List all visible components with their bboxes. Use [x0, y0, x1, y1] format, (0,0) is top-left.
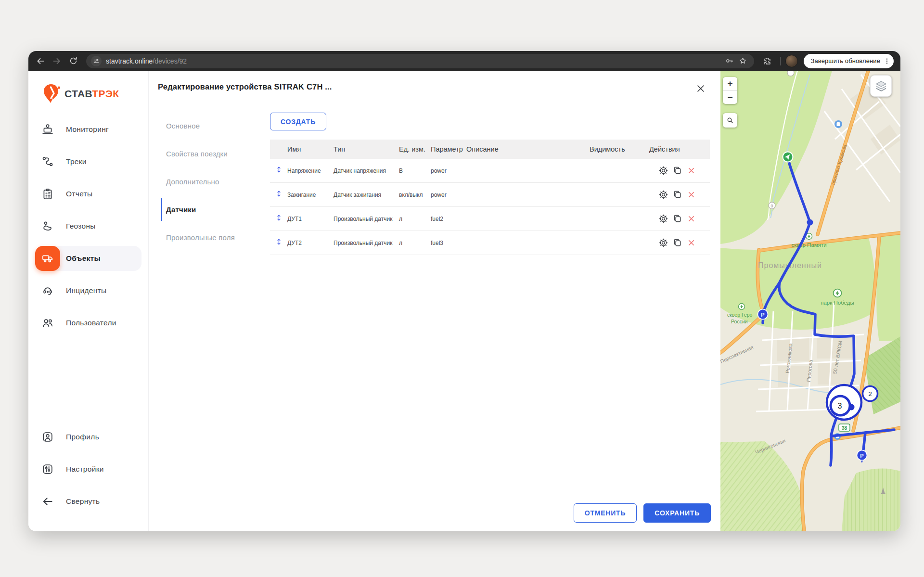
sidebar-item-reports[interactable]: Отчеты: [35, 181, 141, 206]
close-button[interactable]: [694, 82, 707, 95]
sidebar: СТАВТРЭК Мониторинг Треки: [28, 71, 149, 531]
sensor-delete-button[interactable]: [686, 166, 696, 176]
logo-part-stav: СТАВ: [64, 88, 92, 99]
sidebar-item-label: Мониторинг: [66, 125, 109, 134]
sensor-param: fuel2: [431, 216, 466, 222]
svg-text:P: P: [860, 453, 863, 459]
modal-footer: ОТМЕНИТЬ СОХРАНИТЬ: [574, 503, 711, 523]
sensor-name: Напряжение: [287, 167, 334, 174]
sensor-settings-button[interactable]: [658, 238, 668, 248]
forward-button[interactable]: [49, 53, 65, 69]
tab-general[interactable]: Основное: [161, 115, 264, 137]
sidebar-item-settings[interactable]: Настройки: [35, 457, 141, 482]
reload-button[interactable]: [65, 53, 81, 69]
park-label: сквер Памяти: [791, 242, 826, 248]
sensor-settings-button[interactable]: [658, 190, 668, 200]
sensor-settings-button[interactable]: [658, 214, 668, 224]
tab-additional[interactable]: Дополнительно: [161, 170, 264, 193]
map-search-button[interactable]: [723, 113, 737, 128]
save-button[interactable]: СОХРАНИТЬ: [643, 503, 711, 523]
map-layers-button[interactable]: [870, 75, 892, 97]
tab-trip-properties[interactable]: Свойства поездки: [161, 142, 264, 165]
tab-custom-fields[interactable]: Произвольные поля: [161, 226, 264, 249]
logo-part-trek: ТРЭК: [92, 88, 119, 99]
sensor-type: Датчик напряжения: [334, 167, 399, 174]
sidebar-item-tracks[interactable]: Треки: [35, 149, 141, 174]
drag-handle-icon[interactable]: [275, 214, 283, 224]
sensor-delete-button[interactable]: [686, 238, 696, 248]
zoom-out-button[interactable]: −: [723, 90, 737, 104]
url-bar[interactable]: stavtrack.online/devices/92: [86, 54, 754, 68]
sensor-name: ДУТ2: [287, 240, 334, 246]
route-start-marker[interactable]: [783, 152, 793, 162]
sidebar-nav: Мониторинг Треки Отчеты: [28, 117, 148, 343]
back-button[interactable]: [32, 53, 49, 69]
sidebar-item-label: Треки: [66, 157, 87, 166]
sidebar-item-objects[interactable]: Объекты: [35, 246, 141, 271]
sensor-copy-button[interactable]: [672, 190, 682, 200]
stavtrack-logo: СТАВТРЭК: [43, 83, 148, 104]
create-button[interactable]: СОЗДАТЬ: [270, 113, 326, 130]
drag-handle-icon[interactable]: [275, 166, 283, 176]
geozones-icon: [35, 214, 60, 239]
road-shield: 38: [839, 424, 850, 431]
extensions-button[interactable]: [759, 53, 775, 69]
col-header-param: Параметр: [431, 145, 466, 153]
sidebar-item-monitoring[interactable]: Мониторинг: [35, 117, 141, 142]
cluster-marker-large[interactable]: 3: [827, 385, 861, 420]
bookmark-star-button[interactable]: [736, 54, 749, 68]
sensor-type: Произвольный датчик: [334, 240, 399, 246]
puzzle-icon: [763, 56, 772, 65]
sensor-delete-button[interactable]: [686, 190, 696, 200]
sensor-copy-button[interactable]: [672, 238, 682, 248]
sidebar-item-profile[interactable]: Профиль: [35, 424, 141, 449]
sensor-param: power: [431, 192, 466, 198]
tab-sensors[interactable]: Датчики: [161, 198, 264, 221]
sidebar-item-geozones[interactable]: Геозоны: [35, 214, 141, 239]
cancel-button[interactable]: ОТМЕНИТЬ: [574, 503, 637, 523]
finish-update-label: Завершить обновление: [810, 57, 880, 64]
profile-avatar[interactable]: [785, 55, 798, 67]
finish-update-button[interactable]: Завершить обновление: [804, 54, 894, 68]
password-key-button[interactable]: [722, 54, 736, 68]
objects-truck-icon: [35, 246, 60, 271]
monitoring-icon: [35, 117, 60, 142]
sidebar-item-collapse[interactable]: Свернуть: [35, 489, 141, 514]
sidebar-item-incidents[interactable]: Инциденты: [35, 278, 141, 303]
drag-handle-icon[interactable]: [275, 238, 283, 248]
table-header-row: Имя Тип Ед. изм. Параметр Описание Видим…: [270, 140, 710, 159]
sidebar-item-label: Отчеты: [66, 190, 92, 198]
modal-title: Редактирование устройства SITRAK C7H ...: [158, 82, 332, 91]
sensor-copy-button[interactable]: [672, 166, 682, 176]
sensor-delete-button[interactable]: [686, 214, 696, 224]
url-text: stavtrack.online/devices/92: [106, 57, 187, 65]
menu-dots-icon[interactable]: [883, 57, 891, 65]
back-icon: [36, 56, 45, 66]
sensor-param: power: [431, 167, 466, 174]
col-header-name: Имя: [287, 145, 334, 153]
site-settings-icon[interactable]: [91, 56, 102, 66]
map-panel[interactable]: 0 Промышленный проспект Кулакова сквер П…: [720, 71, 900, 531]
route-node-dot[interactable]: [807, 219, 813, 226]
sidebar-item-label: Пользователи: [66, 319, 116, 327]
users-icon: [35, 310, 60, 335]
svg-text:2: 2: [868, 390, 872, 397]
drag-handle-icon[interactable]: [275, 190, 283, 200]
sensor-copy-button[interactable]: [672, 214, 682, 224]
park-label: России: [731, 319, 748, 324]
sensor-unit: л: [399, 216, 431, 222]
map-canvas: 0 Промышленный проспект Кулакова сквер П…: [720, 71, 900, 531]
device-edit-panel: Редактирование устройства SITRAK C7H ...…: [149, 71, 720, 531]
zoom-in-button[interactable]: +: [723, 77, 737, 90]
profile-icon: [35, 424, 60, 449]
cluster-marker-small[interactable]: 2: [863, 386, 878, 401]
sidebar-footer: Профиль Настройки Свернуть: [28, 424, 148, 521]
sensor-settings-button[interactable]: [658, 166, 668, 176]
col-header-type: Тип: [334, 145, 399, 153]
sidebar-item-users[interactable]: Пользователи: [35, 310, 141, 335]
sensor-name: ДУТ1: [287, 216, 334, 222]
table-row: Напряжение Датчик напряжения В power: [270, 159, 710, 183]
park-label: парк Победы: [821, 300, 854, 306]
sidebar-item-label: Объекты: [66, 254, 101, 263]
key-icon: [725, 56, 734, 65]
